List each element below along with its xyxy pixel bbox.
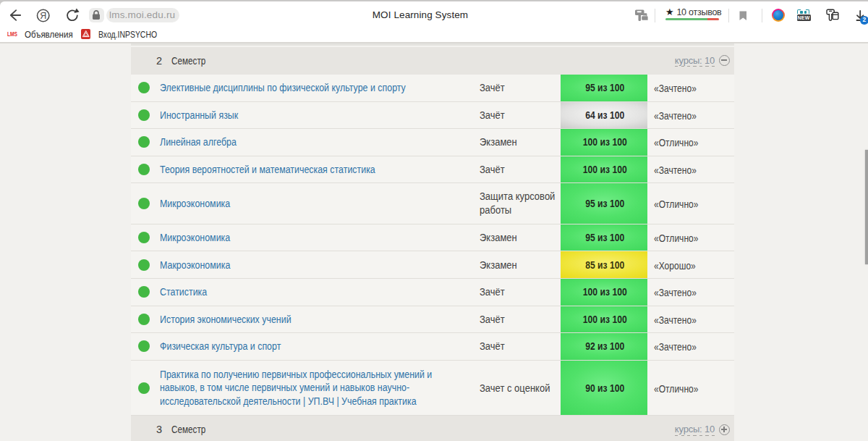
svg-text:Я: Я [40, 10, 46, 20]
